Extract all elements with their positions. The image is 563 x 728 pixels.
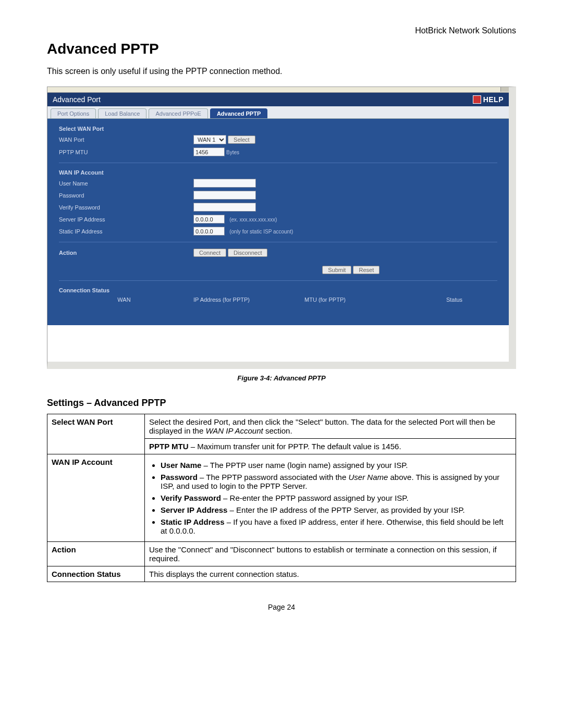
label-server-ip: Server IP Address — [57, 213, 191, 225]
cell-wan-ip-account-desc: User Name – The PPTP user name (login na… — [145, 454, 516, 542]
section-action: Action — [57, 247, 191, 258]
static-ip-hint: (only for static ISP account) — [229, 229, 293, 235]
help-button[interactable]: HELP — [473, 95, 504, 104]
label-password: Password — [57, 189, 191, 201]
tab-load-balance[interactable]: Load Balance — [98, 108, 146, 118]
mtu-unit: Bytes — [226, 150, 239, 155]
static-ip-field[interactable] — [193, 227, 225, 236]
password-field[interactable] — [193, 191, 256, 200]
pptp-mtu-field[interactable] — [193, 147, 225, 156]
tab-port-options[interactable]: Port Options — [51, 108, 96, 118]
label-user-name: User Name — [57, 177, 191, 189]
figure-caption: Figure 3-4: Advanced PPTP — [47, 374, 516, 382]
label-pptp-mtu: PPTP MTU — [57, 146, 191, 158]
cell-connection-status-desc: This displays the current connection sta… — [145, 566, 516, 582]
cell-wan-ip-account-label: WAN IP Account — [47, 454, 145, 542]
intro-text: This screen is only useful if using the … — [47, 67, 516, 76]
user-name-field[interactable] — [193, 179, 256, 188]
wan-port-select[interactable]: WAN 1 — [193, 135, 226, 144]
server-ip-field[interactable] — [193, 215, 225, 224]
connect-button[interactable]: Connect — [193, 249, 226, 257]
tab-bar: Port Options Load Balance Advanced PPPoE… — [47, 106, 509, 119]
company-name: HotBrick Network Solutions — [47, 26, 516, 35]
help-label: HELP — [483, 95, 504, 104]
section-connection-status: Connection Status — [57, 286, 499, 295]
col-mtu: MTU (for PPTP) — [304, 297, 409, 303]
select-button[interactable]: Select — [228, 135, 255, 144]
col-wan: WAN — [57, 295, 191, 304]
submit-button[interactable]: Submit — [322, 266, 351, 274]
scrollbar-top[interactable] — [47, 87, 509, 93]
reset-button[interactable]: Reset — [353, 266, 380, 274]
cell-connection-status-label: Connection Status — [47, 566, 145, 582]
section-wan-ip-account: WAN IP Account — [57, 168, 191, 177]
settings-heading: Settings – Advanced PPTP — [47, 398, 516, 409]
cell-pptp-mtu-desc: PPTP MTU – Maximum transfer unit for PPT… — [145, 439, 516, 454]
disconnect-button[interactable]: Disconnect — [228, 249, 267, 257]
cell-action-desc: Use the "Connect" and "Disconnect" butto… — [145, 542, 516, 566]
page-title: Advanced PPTP — [47, 41, 516, 57]
cell-select-wan-port-desc: Select the desired Port, and then click … — [145, 414, 516, 439]
page-footer: Page 24 — [47, 603, 516, 611]
section-select-wan-port: Select WAN Port — [57, 124, 191, 133]
tab-advanced-pppoe[interactable]: Advanced PPPoE — [149, 108, 207, 118]
settings-table: Select WAN Port Select the desired Port,… — [47, 414, 516, 582]
verify-password-field[interactable] — [193, 203, 256, 212]
screenshot: Advanced Port HELP Port Options Load Bal… — [47, 87, 516, 369]
help-icon — [473, 95, 481, 104]
panel-title: Advanced Port — [53, 95, 101, 104]
server-ip-hint: (ex. xxx.xxx.xxx.xxx) — [229, 217, 277, 223]
col-ip: IP Address (for PPTP) — [193, 297, 303, 303]
col-status: Status — [410, 297, 462, 303]
cell-action-label: Action — [47, 542, 145, 566]
label-wan-port: WAN Port — [57, 133, 191, 146]
cell-select-wan-port-label: Select WAN Port — [47, 414, 145, 454]
tab-advanced-pptp[interactable]: Advanced PPTP — [210, 108, 267, 118]
label-static-ip: Static IP Address — [57, 225, 191, 237]
panel-banner: Advanced Port HELP — [47, 93, 509, 106]
label-verify-password: Verify Password — [57, 201, 191, 213]
